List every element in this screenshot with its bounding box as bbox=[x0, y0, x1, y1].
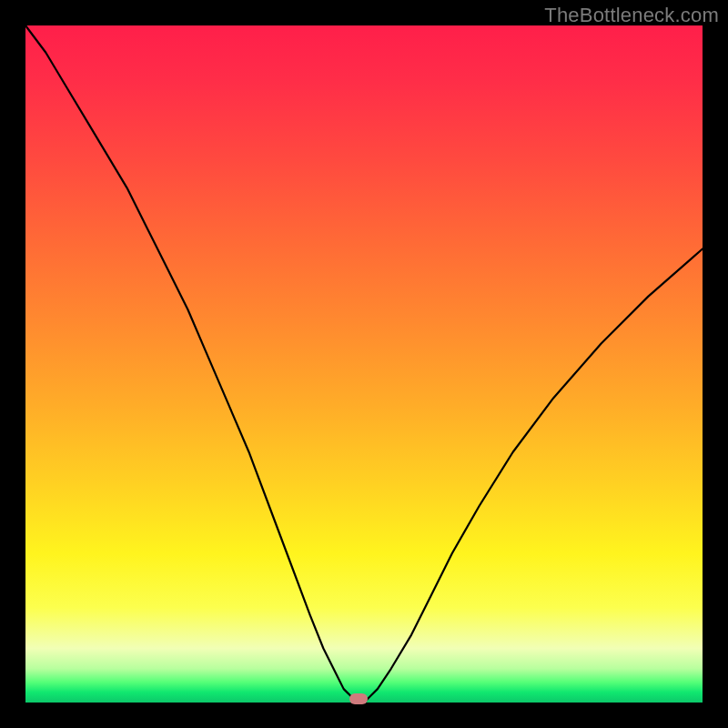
curve-svg bbox=[25, 25, 703, 703]
watermark-text: TheBottleneck.com bbox=[544, 4, 719, 27]
plot-area bbox=[25, 25, 703, 703]
bottleneck-curve bbox=[25, 25, 703, 703]
minimum-marker bbox=[349, 693, 368, 704]
chart-frame: TheBottleneck.com bbox=[0, 0, 728, 728]
